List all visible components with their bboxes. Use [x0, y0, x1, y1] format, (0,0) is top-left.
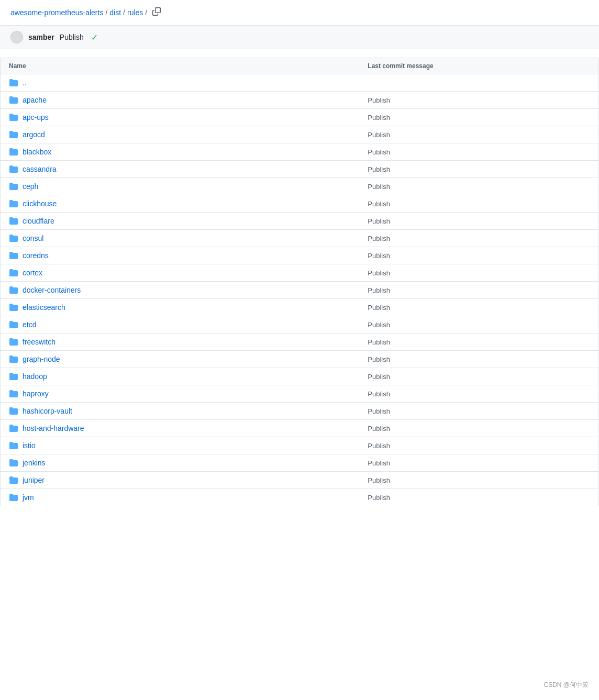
folder-icon [9, 130, 18, 139]
file-name-cell: docker-containers [1, 282, 360, 299]
commit-msg-cell: Publish [359, 472, 598, 489]
file-link[interactable]: argocd [23, 130, 45, 139]
table-row: jvmPublish [1, 489, 599, 506]
commit-msg-cell: Publish [359, 299, 598, 316]
table-row: argocdPublish [1, 126, 599, 143]
file-name-cell: etcd [1, 316, 360, 334]
file-name-cell: hadoop [1, 368, 360, 385]
file-link[interactable]: hadoop [23, 372, 47, 381]
folder-icon [9, 441, 18, 450]
file-link[interactable]: apc-ups [23, 113, 49, 121]
watermark: CSDN @何中应 [543, 681, 589, 690]
file-name-cell: istio [1, 437, 360, 454]
commit-msg-cell: Publish [359, 489, 598, 506]
table-row: hashicorp-vaultPublish [1, 403, 599, 420]
file-link[interactable]: etcd [23, 320, 36, 329]
commit-msg-cell: Publish [359, 178, 598, 195]
commit-msg-cell: Publish [359, 195, 598, 213]
file-name-cell: hashicorp-vault [1, 403, 360, 420]
file-link[interactable]: elasticsearch [23, 303, 65, 312]
file-table-body: .. apachePublishapc-upsPublishargocdPubl… [1, 74, 599, 506]
file-link[interactable]: docker-containers [23, 286, 81, 294]
folder-icon [9, 165, 18, 173]
table-row: cassandraPublish [1, 161, 599, 178]
commit-msg-cell: Publish [359, 143, 598, 161]
commit-msg-cell: Publish [359, 282, 598, 299]
table-row: jenkinsPublish [1, 454, 599, 472]
commit-msg-cell: Publish [359, 454, 598, 472]
file-link[interactable]: jvm [23, 493, 34, 502]
check-icon: ✓ [91, 32, 98, 42]
folder-icon [9, 96, 18, 104]
table-row: clickhousePublish [1, 195, 599, 213]
commit-msg-cell: Publish [359, 351, 598, 368]
commit-msg-cell: Publish [359, 92, 598, 109]
commit-msg-cell: Publish [359, 334, 598, 351]
commit-msg-cell: Publish [359, 420, 598, 437]
table-row: hadoopPublish [1, 368, 599, 385]
file-link[interactable]: consul [23, 234, 43, 242]
rules-link[interactable]: rules [127, 8, 143, 17]
file-link[interactable]: cassandra [23, 165, 57, 173]
dist-link[interactable]: dist [109, 8, 121, 17]
commit-msg-cell: Publish [359, 247, 598, 264]
commit-column-header: Last commit message [359, 58, 598, 74]
copy-path-icon[interactable] [152, 7, 161, 18]
parent-dir-link[interactable]: .. [23, 79, 27, 87]
table-row: blackboxPublish [1, 143, 599, 161]
file-link[interactable]: freeswitch [23, 338, 56, 346]
commit-msg-cell: Publish [359, 126, 598, 143]
commit-msg-cell: Publish [359, 403, 598, 420]
table-row: haproxyPublish [1, 385, 599, 403]
folder-icon [9, 286, 18, 294]
commit-msg-cell: Publish [359, 437, 598, 454]
file-link[interactable]: ceph [23, 182, 38, 191]
file-link[interactable]: blackbox [23, 148, 51, 156]
file-name-cell: blackbox [1, 143, 360, 161]
folder-icon [9, 199, 18, 208]
table-row: cloudflarePublish [1, 213, 599, 230]
folder-icon [9, 320, 18, 329]
file-link[interactable]: cortex [23, 269, 42, 277]
file-link[interactable]: jenkins [23, 459, 46, 467]
folder-icon [9, 217, 18, 225]
folder-icon [9, 182, 18, 191]
table-row: cephPublish [1, 178, 599, 195]
folder-icon [9, 113, 18, 121]
file-name-cell: argocd [1, 126, 360, 143]
file-link[interactable]: clickhouse [23, 199, 57, 208]
file-name-cell: ceph [1, 178, 360, 195]
table-row: elasticsearchPublish [1, 299, 599, 316]
folder-icon [9, 338, 18, 346]
file-link[interactable]: haproxy [23, 390, 49, 398]
separator-3: / [145, 8, 147, 17]
folder-icon [9, 493, 18, 502]
file-link[interactable]: istio [23, 441, 36, 450]
file-name-cell: graph-node [1, 351, 360, 368]
table-row: consulPublish [1, 230, 599, 247]
folder-icon [9, 355, 18, 363]
folder-icon [9, 251, 18, 260]
file-link[interactable]: graph-node [23, 355, 60, 363]
file-link[interactable]: hashicorp-vault [23, 407, 72, 415]
commit-msg-cell: Publish [359, 264, 598, 282]
repo-link[interactable]: awesome-prometheus-alerts [10, 8, 103, 17]
table-row: docker-containersPublish [1, 282, 599, 299]
table-row: apc-upsPublish [1, 109, 599, 126]
commit-msg-cell: Publish [359, 368, 598, 385]
file-link[interactable]: host-and-hardware [23, 424, 84, 432]
file-link[interactable]: cloudflare [23, 217, 54, 225]
file-link[interactable]: apache [23, 96, 47, 104]
commit-msg-cell: Publish [359, 385, 598, 403]
folder-icon [9, 407, 18, 415]
table-row: freeswitchPublish [1, 334, 599, 351]
commit-msg-cell: Publish [359, 316, 598, 334]
commit-message: Publish [60, 33, 84, 41]
file-link[interactable]: coredns [23, 251, 49, 260]
file-link[interactable]: juniper [23, 476, 45, 484]
file-name-cell: cloudflare [1, 213, 360, 230]
table-row: istioPublish [1, 437, 599, 454]
file-name-cell: juniper [1, 472, 360, 489]
name-column-header: Name [1, 58, 360, 74]
commit-user[interactable]: samber [28, 33, 54, 41]
